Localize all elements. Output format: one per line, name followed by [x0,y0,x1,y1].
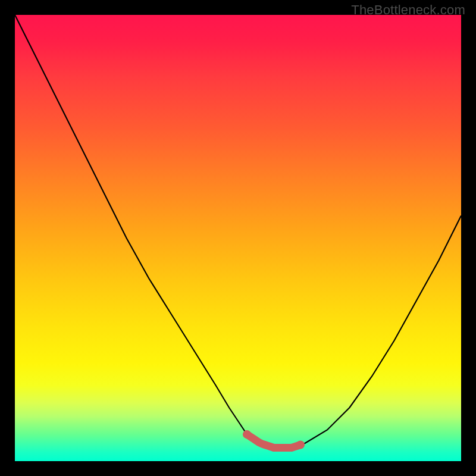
valley-dot-left [243,430,251,439]
chart-frame [15,15,461,461]
valley-dot-right [296,441,305,449]
watermark-text: TheBottleneck.com [351,2,465,18]
chart-svg [15,15,461,461]
curve-line [15,15,461,448]
valley-highlight [247,434,300,448]
